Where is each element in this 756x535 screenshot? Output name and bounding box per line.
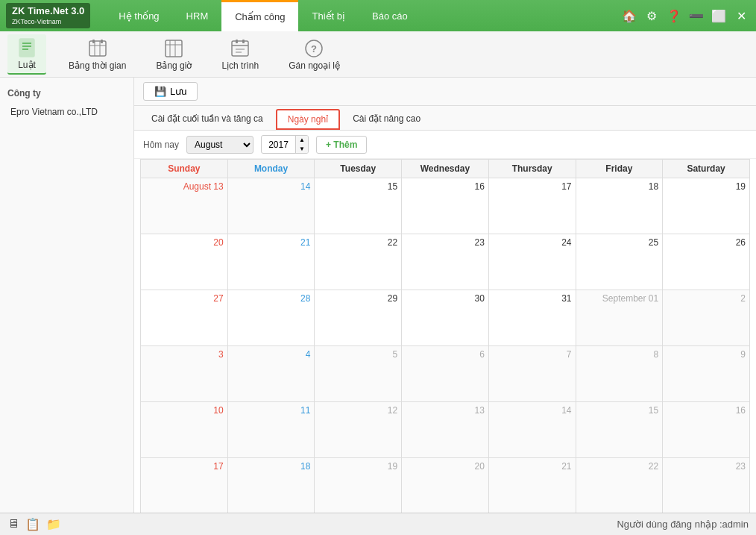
nav-menu: Hệ thống HRM Chấm công Thiết bị Báo cáo bbox=[105, 0, 420, 31]
calendar-cell[interactable]: 12 bbox=[315, 402, 402, 458]
toolbar-bang-thoi-gian[interactable]: Bảng thời gian bbox=[61, 35, 133, 74]
year-input: 2017 ▲ ▼ bbox=[261, 135, 309, 154]
calendar-cell[interactable]: 31 bbox=[488, 290, 576, 346]
calendar-cell[interactable]: August 13 bbox=[141, 178, 228, 234]
lich-trinh-icon bbox=[228, 38, 252, 59]
home-icon[interactable]: 🏠 bbox=[620, 7, 638, 25]
status-icon-2[interactable]: 📋 bbox=[25, 517, 40, 531]
svg-rect-4 bbox=[89, 41, 106, 56]
hom-nay-label: Hôm nay bbox=[143, 140, 179, 150]
tab-ngay-nghi[interactable]: Ngày nghỉ bbox=[276, 109, 340, 130]
calendar-cell[interactable]: 16 bbox=[663, 402, 750, 458]
bang-thoi-gian-icon bbox=[86, 38, 110, 59]
bang-gio-label: Bảng giờ bbox=[156, 60, 192, 71]
calendar-cell[interactable]: 22 bbox=[576, 458, 663, 513]
nav-hrm[interactable]: HRM bbox=[173, 0, 222, 31]
header-tuesday: Tuesday bbox=[315, 160, 402, 178]
calendar-cell[interactable]: 3 bbox=[141, 346, 228, 402]
svg-rect-9 bbox=[101, 40, 103, 43]
status-icon-3[interactable]: 📁 bbox=[46, 517, 61, 531]
toolbar-gan-ngoai-le[interactable]: ? Gán ngoại lệ bbox=[281, 35, 347, 74]
app-logo: ZK Time.Net 3.0 ZKTeco-Vietnam bbox=[6, 3, 90, 29]
year-up-arrow[interactable]: ▲ bbox=[296, 136, 308, 145]
svg-rect-0 bbox=[19, 39, 34, 57]
calendar-cell[interactable]: 23 bbox=[663, 458, 750, 513]
calendar-table: Sunday Monday Tuesday Wednesday Thursday… bbox=[140, 159, 750, 513]
lich-trinh-label: Lịch trình bbox=[221, 60, 259, 71]
tab-nang-cao[interactable]: Cài đặt nâng cao bbox=[341, 109, 432, 130]
header-monday: Monday bbox=[227, 160, 315, 178]
tab-cuoi-tuan[interactable]: Cài đặt cuối tuần và tăng ca bbox=[140, 109, 274, 130]
nav-bao-cao[interactable]: Báo cáo bbox=[359, 0, 421, 31]
svg-rect-10 bbox=[166, 40, 182, 57]
bang-gio-icon bbox=[162, 38, 186, 59]
toolbar-bang-gio[interactable]: Bảng giờ bbox=[148, 35, 199, 74]
calendar-cell[interactable]: 22 bbox=[315, 234, 402, 290]
calendar-cell[interactable]: 20 bbox=[141, 234, 228, 290]
sidebar-item-company[interactable]: Epro Vietnam co.,LTD bbox=[0, 103, 133, 121]
calendar-cell[interactable]: 2 bbox=[663, 290, 750, 346]
calendar-cell[interactable]: 6 bbox=[402, 346, 489, 402]
top-nav: ZK Time.Net 3.0 ZKTeco-Vietnam Hệ thống … bbox=[0, 0, 756, 31]
content-area: 💾 Lưu Cài đặt cuối tuần và tăng ca Ngày … bbox=[134, 78, 756, 513]
close-icon[interactable]: ✕ bbox=[732, 7, 750, 25]
nav-cham-cong[interactable]: Chấm công bbox=[221, 0, 298, 31]
header-wednesday: Wednesday bbox=[402, 160, 489, 178]
calendar-cell[interactable]: 13 bbox=[402, 402, 489, 458]
calendar-cell[interactable]: 30 bbox=[402, 290, 489, 346]
calendar-cell[interactable]: 27 bbox=[141, 290, 228, 346]
calendar-cell[interactable]: 18 bbox=[576, 178, 663, 234]
add-holiday-button[interactable]: + Thêm bbox=[316, 136, 367, 154]
bang-thoi-gian-label: Bảng thời gian bbox=[69, 60, 126, 71]
month-select[interactable]: January February March April May June Ju… bbox=[186, 136, 253, 154]
year-field[interactable]: 2017 bbox=[262, 137, 295, 152]
calendar-cell[interactable]: 5 bbox=[315, 346, 402, 402]
calendar-cell[interactable]: 25 bbox=[576, 234, 663, 290]
calendar-cell[interactable]: 17 bbox=[141, 458, 228, 513]
nav-thiet-bi[interactable]: Thiết bị bbox=[298, 0, 359, 31]
calendar-cell[interactable]: 15 bbox=[315, 178, 402, 234]
calendar-cell[interactable]: 8 bbox=[576, 346, 663, 402]
gan-ngoai-le-icon: ? bbox=[302, 38, 326, 59]
svg-rect-14 bbox=[232, 41, 248, 56]
calendar-cell[interactable]: 19 bbox=[663, 178, 750, 234]
calendar-cell[interactable]: 9 bbox=[663, 346, 750, 402]
sidebar: Công ty Epro Vietnam co.,LTD bbox=[0, 78, 134, 513]
calendar-cell[interactable]: 7 bbox=[488, 346, 576, 402]
top-nav-icons: 🏠 ⚙ ❓ ➖ ⬜ ✕ bbox=[620, 7, 750, 25]
year-down-arrow[interactable]: ▼ bbox=[296, 145, 308, 154]
luat-icon bbox=[15, 37, 39, 58]
calendar-cell[interactable]: 21 bbox=[488, 458, 576, 513]
calendar-cell[interactable]: 19 bbox=[315, 458, 402, 513]
calendar-cell[interactable]: 4 bbox=[227, 346, 315, 402]
toolbar-lich-trinh[interactable]: Lịch trình bbox=[214, 35, 266, 74]
svg-rect-16 bbox=[236, 40, 238, 43]
calendar-cell[interactable]: 26 bbox=[663, 234, 750, 290]
calendar-cell[interactable]: 14 bbox=[227, 178, 315, 234]
calendar-cell[interactable]: 16 bbox=[402, 178, 489, 234]
save-button[interactable]: 💾 Lưu bbox=[143, 82, 198, 101]
calendar-cell[interactable]: 17 bbox=[488, 178, 576, 234]
calendar-controls: Hôm nay January February March April May… bbox=[134, 131, 756, 159]
tabs: Cài đặt cuối tuần và tăng ca Ngày nghỉ C… bbox=[134, 106, 756, 131]
help-icon[interactable]: ❓ bbox=[665, 7, 683, 25]
status-icon-1[interactable]: 🖥 bbox=[7, 517, 19, 531]
maximize-icon[interactable]: ⬜ bbox=[710, 7, 728, 25]
minimize-icon[interactable]: ➖ bbox=[687, 7, 705, 25]
calendar-cell[interactable]: 20 bbox=[402, 458, 489, 513]
calendar-cell[interactable]: September 01 bbox=[576, 290, 663, 346]
calendar-cell[interactable]: 24 bbox=[488, 234, 576, 290]
calendar-cell[interactable]: 28 bbox=[227, 290, 315, 346]
calendar-cell[interactable]: 11 bbox=[227, 402, 315, 458]
settings-icon[interactable]: ⚙ bbox=[643, 7, 661, 25]
toolbar-luat[interactable]: Luật bbox=[7, 34, 46, 75]
header-saturday: Saturday bbox=[663, 160, 750, 178]
calendar-cell[interactable]: 10 bbox=[141, 402, 228, 458]
calendar-cell[interactable]: 18 bbox=[227, 458, 315, 513]
calendar-cell[interactable]: 23 bbox=[402, 234, 489, 290]
nav-he-thong[interactable]: Hệ thống bbox=[105, 0, 172, 31]
calendar-cell[interactable]: 21 bbox=[227, 234, 315, 290]
calendar-cell[interactable]: 15 bbox=[576, 402, 663, 458]
calendar-cell[interactable]: 14 bbox=[488, 402, 576, 458]
calendar-cell[interactable]: 29 bbox=[315, 290, 402, 346]
